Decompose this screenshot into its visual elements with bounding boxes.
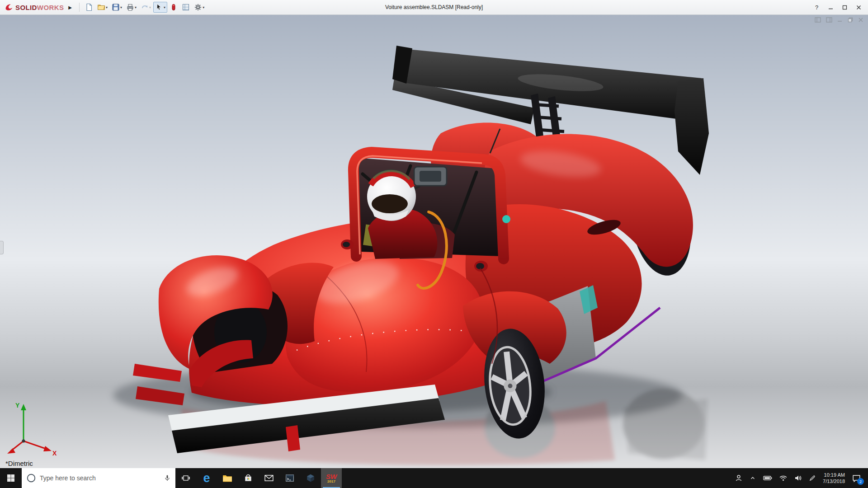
model-scene [0,15,868,468]
battery-icon [763,475,772,481]
separator [79,3,80,12]
pane-button-1[interactable] [815,17,821,23]
wifi-icon [779,475,787,481]
pen-icon [809,475,816,482]
network-button[interactable] [776,468,791,488]
maximize-icon [842,5,847,10]
x-axis-arrow [43,446,52,451]
command-prompt-icon [285,474,294,483]
rebuild-icon [170,3,178,11]
tray-overflow-button[interactable] [746,468,760,488]
clock-time: 10:19 AM [823,472,845,478]
x-axis-label: X [52,450,57,456]
document-title: Voiture assemblee.SLDASM [Read-only] [385,4,483,10]
people-button[interactable] [731,468,746,488]
cortana-icon [26,473,36,483]
file-properties-icon [182,3,190,11]
file-explorer-button[interactable] [217,468,238,488]
undo-dropdown[interactable]: ▾ [149,5,151,9]
cube-app-button[interactable] [300,468,321,488]
store-button[interactable] [238,468,259,488]
task-view-button[interactable] [175,468,196,488]
chevron-up-icon [750,475,756,481]
doc-close-button[interactable] [858,17,863,23]
new-document-icon [85,3,93,11]
toolbar-flyout-arrow[interactable]: ▶ [68,5,72,10]
minimize-icon [828,5,833,10]
open-dropdown[interactable]: ▾ [106,5,108,9]
doc-minimize-button[interactable] [837,17,843,23]
store-bag-icon [244,474,253,483]
command-prompt-button[interactable] [279,468,300,488]
print-icon [126,3,134,11]
doc-restore-button[interactable] [848,17,853,23]
helmet-visor [372,194,408,213]
taskbar-search[interactable] [22,468,175,488]
view-orientation-label: *Dimetric [5,460,33,467]
help-button[interactable]: ? [810,2,823,13]
print-button[interactable]: ▾ [124,2,138,13]
window-controls: ? [810,2,865,13]
edge-browser-button[interactable]: e [196,468,217,488]
undo-button[interactable]: ▾ [139,2,153,13]
pane-button-2[interactable] [826,17,832,23]
folder-icon [222,474,232,482]
y-axis-arrow [21,404,26,410]
driver-helmet[interactable] [367,171,416,221]
print-dropdown[interactable]: ▾ [135,5,137,9]
save-dropdown[interactable]: ▾ [120,5,122,9]
search-input[interactable] [40,474,160,482]
solidworks-logo[interactable]: SOLIDWORKS [3,3,66,12]
ds-logo-icon [5,3,14,12]
select-tool-button[interactable]: ▾ [153,2,167,13]
edge-icon: e [203,472,210,484]
undo-icon [141,3,149,11]
select-dropdown[interactable]: ▾ [164,5,165,9]
options-button[interactable]: ▾ [192,2,206,13]
graphics-area[interactable]: Y X *Dimetric [0,15,868,468]
gear-icon [194,3,202,11]
action-center-button[interactable]: 2 [849,468,864,488]
orientation-triad: Y X [4,398,62,456]
mail-button[interactable] [259,468,279,488]
cube-app-icon [306,474,315,483]
save-floppy-icon [112,3,120,11]
speaker-icon [794,475,802,481]
title-bar: SOLIDWORKS ▶ ▾ ▾ [0,0,868,15]
teal-detail [502,215,510,223]
standard-toolbar: ▾ ▾ ▾ ▾ ▾ [83,2,206,13]
open-button[interactable]: ▾ [95,2,109,13]
task-view-icon [181,474,190,482]
file-properties-button[interactable] [180,2,192,13]
solidworks-2017-icon: SW 2017 [326,473,337,483]
rebuild-button[interactable] [168,2,179,13]
left-panel-handle[interactable] [0,241,4,254]
roof-camera[interactable] [414,167,447,186]
microphone-icon[interactable] [164,474,171,482]
battery-button[interactable] [760,468,776,488]
mail-envelope-icon [264,474,274,482]
windows-taskbar: e [0,468,868,488]
solidworks-app-button[interactable]: SW 2017 [321,468,342,488]
options-dropdown[interactable]: ▾ [203,5,204,9]
windows-logo-icon [7,474,15,482]
open-folder-icon [97,3,105,11]
people-icon [735,474,742,482]
close-icon [856,5,861,10]
windows-ink-button[interactable] [805,468,819,488]
clock-date: 7/13/2018 [823,478,845,484]
close-button[interactable] [852,2,865,13]
system-tray: 10:19 AM 7/13/2018 2 [731,468,868,488]
volume-button[interactable] [791,468,805,488]
select-cursor-icon [155,3,163,11]
notification-badge: 2 [857,478,864,485]
minimize-button[interactable] [824,2,837,13]
start-button[interactable] [0,468,22,488]
y-axis-label: Y [15,402,20,409]
taskbar-clock[interactable]: 10:19 AM 7/13/2018 [819,472,849,484]
left-mirror[interactable] [341,239,354,249]
save-button[interactable]: ▾ [110,2,124,13]
new-document-button[interactable] [83,2,95,13]
maximize-button[interactable] [838,2,851,13]
brand-text: SOLIDWORKS [15,4,64,11]
